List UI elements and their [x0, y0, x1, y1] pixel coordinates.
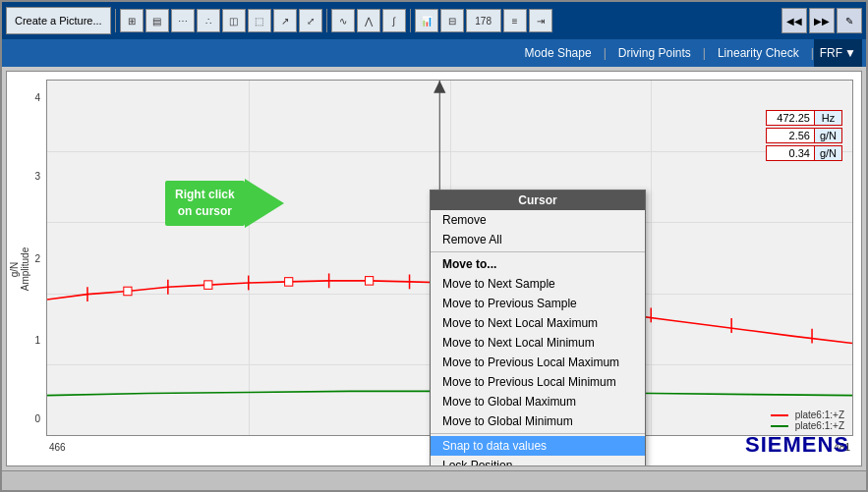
data-box-row-1: 2.56 g/N	[766, 128, 842, 143]
toolbar-icon-178[interactable]: 178	[466, 9, 501, 32]
y-tick-1: 1	[34, 334, 40, 345]
status-bar	[2, 470, 866, 490]
toolbar-icon-zoom[interactable]: ⬚	[248, 9, 271, 32]
data-unit-hz: Hz	[815, 110, 842, 126]
context-menu-remove-all[interactable]: Remove All	[431, 230, 645, 249]
context-menu-move-to-header: Move to...	[431, 254, 645, 274]
toolbar: Create a Picture... ⊞ ▤ ⋯ ∴ ◫ ⬚ ↗ ⤢ ∿ ⋀ …	[2, 2, 866, 39]
toolbar-icon-cursor[interactable]: ↗	[273, 9, 297, 32]
y-tick-0: 0	[34, 412, 40, 423]
dropdown-arrow-icon: ▼	[844, 46, 856, 60]
tab-linearity-check[interactable]: Linearity Check	[706, 39, 811, 67]
legend-line-green-icon	[771, 425, 788, 427]
data-boxes: 472.25 Hz 2.56 g/N 0.34 g/N	[766, 110, 842, 161]
y-tick-2: 2	[34, 252, 40, 263]
chart-area: g/N Amplitude	[6, 71, 862, 466]
main-window: Create a Picture... ⊞ ▤ ⋯ ∴ ◫ ⬚ ↗ ⤢ ∿ ⋀ …	[0, 0, 868, 492]
right-nav: ◀◀ ▶▶ ✎	[781, 8, 862, 33]
legend: plate6:1:+Z plate6:1:+Z	[771, 410, 844, 431]
tab-frf-label: FRF	[820, 46, 842, 60]
tab-mode-shape[interactable]: Mode Shape	[513, 39, 604, 67]
tab-driving-points[interactable]: Driving Points	[607, 39, 703, 67]
data-box-row-2: 0.34 g/N	[766, 145, 842, 161]
toolbar-icon-bar[interactable]: ▤	[145, 9, 169, 32]
legend-item-green: plate6:1:+Z	[771, 420, 844, 431]
context-menu-sep-1	[431, 251, 645, 252]
cursor-callout: Right click on cursor	[165, 179, 284, 228]
context-menu-next-local-min[interactable]: Move to Next Local Minimum	[431, 333, 645, 353]
toolbar-icon-signal[interactable]: ∿	[331, 9, 355, 32]
toolbar-icon-graph[interactable]: 📊	[415, 9, 438, 32]
context-menu-sep-2	[431, 433, 645, 434]
svg-rect-12	[285, 278, 293, 286]
context-menu-remove[interactable]: Remove	[431, 210, 645, 230]
x-tick-left: 466	[49, 442, 66, 453]
context-menu: Cursor Remove Remove All Move to... Move…	[430, 190, 646, 466]
data-unit-gn-1: g/N	[815, 128, 842, 143]
create-picture-button[interactable]: Create a Picture...	[6, 7, 111, 34]
toolbar-separator-3	[410, 9, 411, 32]
context-menu-title: Cursor	[431, 191, 645, 210]
context-menu-global-max[interactable]: Move to Global Maximum	[431, 392, 645, 411]
toolbar-separator-1	[115, 9, 116, 32]
svg-rect-11	[204, 281, 212, 289]
siemens-logo: SIEMENS	[745, 432, 849, 458]
callout-arrow-icon	[245, 179, 284, 228]
toolbar-icon-line[interactable]: ⋯	[171, 9, 195, 32]
data-value-gn-1: 2.56	[766, 128, 815, 143]
data-value-hz: 472.25	[766, 110, 815, 126]
context-menu-snap-to-data[interactable]: Snap to data values	[431, 436, 645, 456]
context-menu-prev-local-max[interactable]: Move to Previous Local Maximum	[431, 353, 645, 372]
nav-prev-button[interactable]: ◀◀	[781, 8, 807, 33]
context-menu-prev-sample[interactable]: Move to Previous Sample	[431, 294, 645, 313]
toolbar-icon-measure[interactable]: ⤢	[299, 9, 322, 32]
legend-line-red-icon	[771, 414, 788, 416]
context-menu-next-sample[interactable]: Move to Next Sample	[431, 274, 645, 294]
callout-text-box: Right click on cursor	[165, 181, 245, 226]
legend-label-green: plate6:1:+Z	[795, 420, 844, 431]
toolbar-icon-grid[interactable]: ⊞	[120, 9, 144, 32]
toolbar-icon-frf[interactable]: ∫	[382, 9, 406, 32]
legend-label-red: plate6:1:+Z	[795, 410, 844, 420]
tab-bar: Mode Shape | Driving Points | Linearity …	[2, 39, 866, 67]
legend-item-red: plate6:1:+Z	[771, 410, 844, 420]
main-content: g/N Amplitude	[2, 67, 866, 490]
toolbar-icon-layers[interactable]: ≡	[503, 9, 527, 32]
svg-rect-10	[124, 287, 132, 295]
data-value-gn-2: 0.34	[766, 145, 815, 161]
nav-edit-button[interactable]: ✎	[837, 8, 862, 33]
toolbar-icon-table[interactable]: ⊟	[440, 9, 464, 32]
context-menu-global-min[interactable]: Move to Global Minimum	[431, 411, 645, 431]
y-tick-3: 3	[34, 171, 40, 182]
toolbar-icon-export[interactable]: ⇥	[529, 9, 552, 32]
context-menu-next-local-max[interactable]: Move to Next Local Maximum	[431, 313, 645, 333]
data-unit-gn-2: g/N	[815, 145, 842, 161]
tab-frf-dropdown[interactable]: FRF ▼	[814, 39, 862, 67]
svg-rect-13	[366, 277, 374, 285]
context-menu-lock-position[interactable]: Lock Position	[431, 456, 645, 466]
toolbar-icon-peak[interactable]: ⋀	[357, 9, 380, 32]
context-menu-prev-local-min[interactable]: Move to Previous Local Minimum	[431, 372, 645, 392]
toolbar-separator-2	[326, 9, 327, 32]
nav-next-button[interactable]: ▶▶	[809, 8, 835, 33]
svg-marker-16	[434, 81, 445, 93]
y-ticks: 4 3 2 1 0	[7, 80, 44, 436]
toolbar-icon-scatter[interactable]: ∴	[197, 9, 220, 32]
data-box-row-0: 472.25 Hz	[766, 110, 842, 126]
y-tick-4: 4	[34, 92, 40, 103]
toolbar-icon-area[interactable]: ◫	[222, 9, 246, 32]
